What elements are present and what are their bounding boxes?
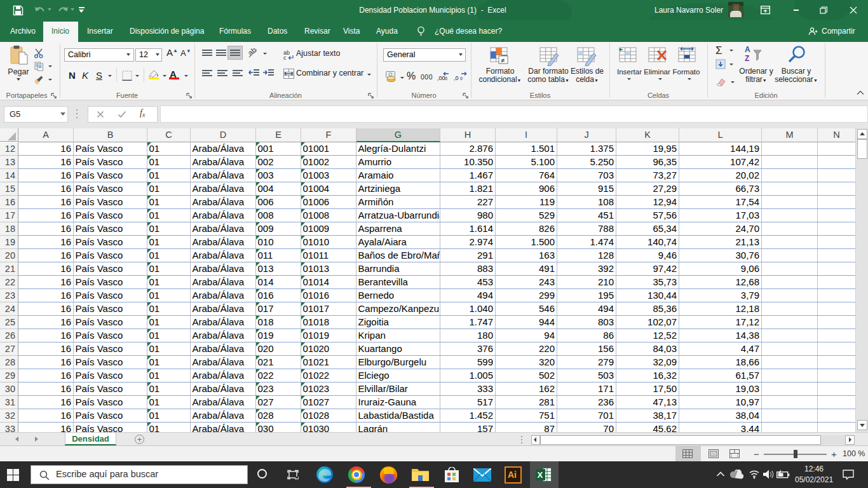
svg-text:X: X [538,470,543,480]
svg-text:Z: Z [745,54,749,63]
svg-text:0: 0 [445,76,447,81]
svg-text:0: 0 [460,76,463,81]
svg-text:≠: ≠ [501,57,505,64]
svg-text:,0: ,0 [454,75,459,81]
svg-text:A: A [745,45,750,54]
svg-text:,00: ,00 [437,75,445,81]
